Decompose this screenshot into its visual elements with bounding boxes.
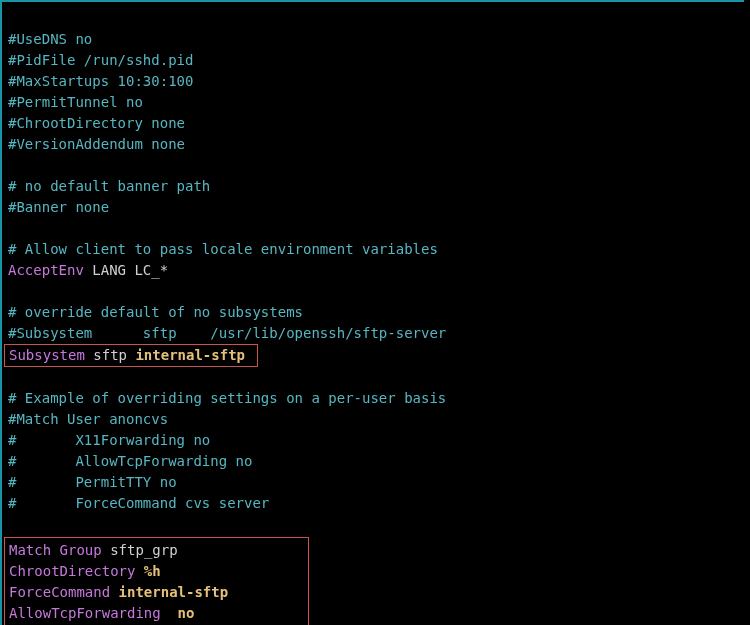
directive-keyword: ChrootDirectory <box>9 563 144 579</box>
conf-line: #Banner none <box>8 199 109 215</box>
conf-line: # ForceCommand cvs server <box>8 495 269 511</box>
conf-line: # X11Forwarding no <box>8 432 210 448</box>
conf-line: #MaxStartups 10:30:100 <box>8 73 193 89</box>
match-keyword: Match <box>9 542 51 558</box>
directive-keyword: Subsystem <box>9 347 85 363</box>
conf-line: # no default banner path <box>8 178 210 194</box>
conf-line: # Allow client to pass locale environmen… <box>8 241 438 257</box>
directive-bold: internal-sftp <box>135 347 245 363</box>
directive-value: LANG LC_* <box>84 262 168 278</box>
conf-line: #UseDNS no <box>8 31 92 47</box>
conf-line: #Subsystem sftp /usr/lib/openssh/sftp-se… <box>8 325 446 341</box>
conf-line: #VersionAddendum none <box>8 136 185 152</box>
directive-bold: internal-sftp <box>119 584 229 600</box>
directive-bold: no <box>169 605 194 621</box>
conf-line: #ChrootDirectory none <box>8 115 185 131</box>
conf-line: #PidFile /run/sshd.pid <box>8 52 193 68</box>
directive-value: sftp <box>85 347 136 363</box>
terminal-editor[interactable]: #UseDNS no #PidFile /run/sshd.pid #MaxSt… <box>0 0 744 625</box>
conf-line: # PermitTTY no <box>8 474 177 490</box>
group-keyword: Group <box>51 542 102 558</box>
directive-keyword: AllowTcpForwarding <box>9 605 169 621</box>
directive-bold: %h <box>144 563 161 579</box>
highlight-box-subsystem: Subsystem sftp internal-sftp <box>4 344 258 367</box>
conf-line: #PermitTunnel no <box>8 94 143 110</box>
highlight-box-match: Match Group sftp_grp ChrootDirectory %h … <box>4 537 309 625</box>
directive-keyword: AcceptEnv <box>8 262 84 278</box>
conf-line: # AllowTcpForwarding no <box>8 453 252 469</box>
conf-line: AcceptEnv LANG LC_* <box>8 262 168 278</box>
directive-keyword: ForceCommand <box>9 584 119 600</box>
match-value: sftp_grp <box>102 542 279 558</box>
conf-line: #Match User anoncvs <box>8 411 168 427</box>
conf-line: # override default of no subsystems <box>8 304 303 320</box>
conf-line: # Example of overriding settings on a pe… <box>8 390 446 406</box>
